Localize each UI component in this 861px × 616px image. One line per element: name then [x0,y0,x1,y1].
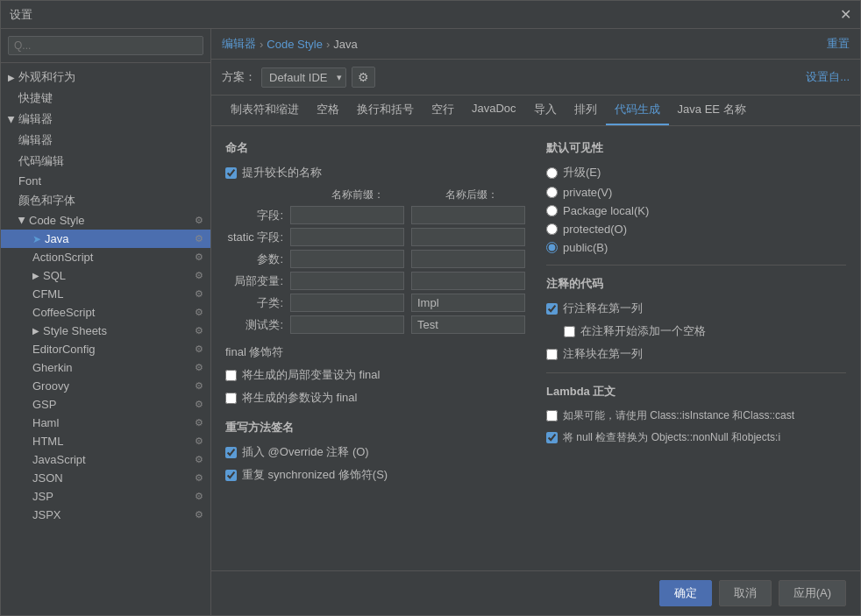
final-checkbox-0[interactable] [225,370,237,381]
config-icon: ⚙ [195,491,203,502]
breadcrumb-codestyle[interactable]: Code Style [267,38,323,51]
search-input[interactable] [8,36,203,55]
final-label-0[interactable]: 将生成的局部变量设为 final [242,367,380,383]
sidebar-item-groovy[interactable]: Groovy ⚙ [1,377,210,395]
sidebar-item-editor-group[interactable]: ▶ 编辑器 [1,109,210,130]
sidebar-item-shortcuts[interactable]: 快捷键 [1,88,210,109]
field-suffix-1[interactable] [411,228,525,246]
sidebar-item-appearance[interactable]: ▶ 外观和行为 [1,67,210,88]
naming-field-row-2: 参数: [225,250,525,268]
tab-arrangement[interactable]: 排列 [566,96,606,125]
tab-wrapping[interactable]: 换行和括号 [348,96,423,125]
field-label-0: 字段: [225,208,283,223]
field-prefix-5[interactable] [290,315,404,334]
visibility-radio-public[interactable] [546,242,558,253]
field-suffix-0[interactable] [411,206,525,224]
sidebar-item-gherkin[interactable]: Gherkin ⚙ [1,358,210,377]
visibility-label-package[interactable]: Package local(K) [563,204,649,217]
sidebar-item-haml[interactable]: Haml ⚙ [1,414,210,432]
sidebar-item-editor[interactable]: 编辑器 [1,130,210,151]
comment-label-0[interactable]: 行注释在第一列 [563,301,643,316]
cancel-button[interactable]: 取消 [719,580,772,606]
sidebar-item-editorconfig[interactable]: EditorConfig ⚙ [1,340,210,358]
sidebar-item-coffeescript[interactable]: CoffeeScript ⚙ [1,303,210,322]
sidebar-item-label: GSP [32,398,56,411]
sidebar-item-javascript[interactable]: JavaScript ⚙ [1,450,210,469]
sidebar-item-sql[interactable]: ▶ SQL ⚙ [1,266,210,285]
visibility-radio-package[interactable] [546,205,558,216]
sidebar-item-label: CFML [32,287,63,301]
sidebar-item-jspx[interactable]: JSPX ⚙ [1,506,210,524]
sidebar-item-code-style[interactable]: ▶ Code Style ⚙ [1,211,210,230]
field-prefix-1[interactable] [290,228,404,246]
sidebar-item-font[interactable]: Font [1,172,210,190]
naming-field-row-3: 局部变量: [225,272,525,290]
sidebar-item-html[interactable]: HTML ⚙ [1,432,210,450]
lambda-label-0[interactable]: 如果可能，请使用 Class::isInstance 和Class::cast [563,408,794,423]
sidebar-item-json[interactable]: JSON ⚙ [1,469,210,487]
final-checkbox-1[interactable] [225,393,237,404]
visibility-label-public[interactable]: public(B) [563,241,608,254]
lambda-checkbox-0[interactable] [546,410,558,421]
override-checkbox-0[interactable] [225,447,237,458]
prefix-header: 名称前缀： [304,188,411,202]
comment-checkbox-1[interactable] [564,326,575,337]
override-label-1[interactable]: 重复 synchronized 修饰符(S) [242,467,388,483]
tab-imports[interactable]: 导入 [525,96,566,125]
comment-checkbox-2[interactable] [546,349,558,360]
sidebar-item-label: JSP [32,490,53,503]
field-prefix-4[interactable] [290,294,404,312]
final-label-1[interactable]: 将生成的参数设为 final [242,390,357,406]
sidebar-item-code-edit[interactable]: 代码编辑 [1,151,210,172]
comment-checkbox-0[interactable] [546,303,558,315]
tab-code-gen[interactable]: 代码生成 [606,96,669,125]
field-suffix-4[interactable] [411,294,525,312]
visibility-option-package: Package local(K) [546,204,846,217]
field-prefix-0[interactable] [290,206,404,224]
sidebar-item-gsp[interactable]: GSP ⚙ [1,395,210,414]
breadcrumb-bar: 编辑器 › Code Style › Java 重置 [211,29,860,60]
scheme-gear-button[interactable]: ⚙ [352,67,375,88]
apply-button[interactable]: 应用(A) [779,580,846,606]
scheme-select[interactable]: Default IDE [261,67,346,88]
visibility-radio-protected[interactable] [546,223,558,235]
tab-spaces[interactable]: 空格 [308,96,348,125]
sidebar-item-actionscript[interactable]: ActionScript ⚙ [1,248,210,266]
tab-indent[interactable]: 制表符和缩进 [222,96,308,125]
field-suffix-2[interactable] [411,250,525,268]
comment-label-2[interactable]: 注释块在第一列 [563,346,643,362]
close-button[interactable]: ✕ [840,6,851,23]
naming-checkbox[interactable] [225,167,237,179]
sidebar-item-stylesheets[interactable]: ▶ Style Sheets ⚙ [1,322,210,340]
override-label-0[interactable]: 插入 @Override 注释 (O) [242,444,369,460]
lambda-checkbox-1[interactable] [546,432,558,443]
sidebar-item-jsp[interactable]: JSP ⚙ [1,487,210,506]
tab-javadoc[interactable]: JavaDoc [463,96,525,125]
sidebar-item-java[interactable]: ➤ Java ⚙ [1,230,210,248]
ok-button[interactable]: 确定 [659,580,712,606]
lambda-label-1[interactable]: 将 null 检查替换为 Objects::nonNull 和objects:i [563,430,780,445]
tab-blank-lines[interactable]: 空行 [423,96,463,125]
visibility-label-protected[interactable]: protected(O) [563,223,627,236]
field-prefix-2[interactable] [290,250,404,268]
settings-right-col: 默认可见性 升级(E) private(V) Package local( [546,140,846,556]
visibility-radio-private[interactable] [546,187,558,198]
sidebar-item-colors[interactable]: 颜色和字体 [1,190,210,211]
reset-button[interactable]: 重置 [827,36,850,52]
naming-checkbox-label[interactable]: 提升较长的名称 [242,165,322,181]
visibility-radio-upgrade[interactable] [546,167,558,179]
visibility-title: 默认可见性 [546,140,846,156]
scheme-select-wrap: 方案： Default IDE ⚙ [222,67,375,88]
field-suffix-5[interactable] [411,315,525,334]
settings-left-col: 命名 提升较长的名称 名称前缀： 名称后缀： 字段: [225,140,525,556]
settings-link[interactable]: 设置自... [806,69,850,85]
tab-javaee[interactable]: Java EE 名称 [669,96,755,125]
visibility-label-private[interactable]: private(V) [563,186,612,199]
breadcrumb-editor[interactable]: 编辑器 [222,36,256,52]
visibility-label-upgrade[interactable]: 升级(E) [563,165,601,181]
comment-label-1[interactable]: 在注释开始添加一个空格 [580,323,706,339]
sidebar-item-cfml[interactable]: CFML ⚙ [1,285,210,303]
override-checkbox-1[interactable] [225,470,237,481]
field-prefix-3[interactable] [290,272,404,290]
field-suffix-3[interactable] [411,272,525,290]
